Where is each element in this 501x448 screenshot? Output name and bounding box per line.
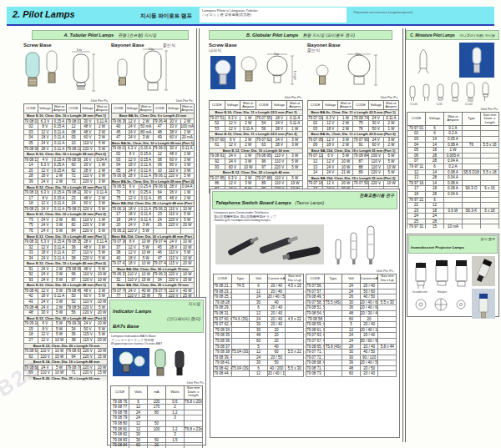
- table-row: 79 07 368 V10 W79 07 4424 V10 W: [112, 239, 195, 244]
- table-cell: 79 08 84: [111, 443, 129, 448]
- table-cell: 60: [342, 316, 361, 322]
- table-row: 79 06 516 V0.25 A79 06 6228 V0.04 A: [112, 184, 195, 190]
- table-cell: 6: [426, 197, 444, 203]
- indicator-header: Indicator Lamps 지시등 BA7s Base (인디케이터 램프): [109, 300, 204, 333]
- column-header: Watt or Ampere: [180, 104, 195, 113]
- table-cell: 79 08 51, 52, 53: [306, 305, 325, 311]
- table-cell: 03: [407, 136, 426, 142]
- table-cell: 1 W: [338, 115, 353, 121]
- table-row: 79 08 016.3 V0.15 A79 08 0730 V0.11 A: [24, 118, 109, 124]
- table-cell: 18 V: [125, 212, 139, 218]
- table-cell: 37: [112, 244, 126, 250]
- table-cell: 1 W: [95, 217, 109, 223]
- table-cell: 2 W: [95, 168, 109, 174]
- table-row: 0618 V2 W9160 V2 W: [308, 143, 399, 148]
- b-screw-table: CODEVoltageWatt or AmpereCODEVoltageWatt…: [209, 100, 303, 194]
- table-row: 79 08 4112 V5 W79 08 4548 V3 W: [24, 288, 109, 294]
- table-cell: 36: [67, 332, 81, 338]
- table-cell: 20 / 40: [267, 322, 286, 328]
- table-cell: 0.25 A: [139, 189, 154, 195]
- title-russian-note: Лампочки сигнальные (индикаторные): [353, 10, 495, 14]
- table-row: 04140.08 AT65.5 x 16: [407, 142, 499, 148]
- table-cell: 15 W: [180, 277, 195, 283]
- table-cell: 79 07 48: [153, 261, 167, 267]
- table-cell: 0.15 A: [139, 151, 154, 157]
- table-cell: 18 V: [38, 135, 53, 141]
- table-row: 0418 V0.11 A0960 V3 W: [24, 135, 109, 141]
- projector-photo-blue-top: [472, 289, 495, 319]
- table-cell: 79 08 35: [214, 333, 232, 339]
- data-table: CODETypeVoltCurrent mASize mm Dia x Lgt7…: [306, 274, 397, 377]
- table-cell: [185, 437, 203, 443]
- table-cell: 0.15 A: [53, 157, 67, 163]
- table-cell: 110 V: [271, 181, 287, 187]
- a-bayonet-images: Dia: [111, 48, 195, 98]
- table-cell: 0.11 A: [95, 189, 109, 195]
- a-bayonet-subcol: Bayonet Base 꽂는식 Dia Unit Per Pc. CODEVo…: [111, 43, 195, 300]
- table-cell: 12 V: [323, 137, 338, 143]
- table-cell: 36: [342, 360, 361, 366]
- table-cell: 32: [112, 277, 126, 283]
- table-cell: 24 V: [125, 129, 139, 135]
- table-cell: 6.3 V: [225, 175, 240, 181]
- b-bayonet-images: Dia: [307, 53, 399, 94]
- table-cell: 79 08 59, 60: [306, 322, 325, 328]
- column-header: CODE: [256, 101, 271, 110]
- table-row: 6112 V2 W6328 V3 W: [210, 143, 303, 148]
- table-cell: 79 08 31: [24, 239, 38, 244]
- table-cell: 6: [250, 305, 268, 311]
- table-cell: 79 07 78: [153, 288, 167, 294]
- table-cell: 28: [426, 159, 444, 164]
- column-header: Watt or Ampere: [444, 113, 463, 126]
- table-cell: 79 08 73, 74: [306, 371, 325, 377]
- table-cell: 79 08 82: [111, 432, 129, 438]
- table-cell: 2 W: [180, 129, 195, 135]
- table-cell: 0.15 A: [53, 124, 67, 130]
- table-cell: 2 W: [240, 154, 256, 159]
- table-group-title: Base E-12, Clear, Dia. 15 x Length 30 mm: [210, 148, 303, 153]
- table-cell: 2 W: [180, 151, 195, 157]
- table-cell: [324, 289, 342, 294]
- column-header: Size mm Diam. x Length: [481, 113, 499, 126]
- table-cell: 79 08 36: [214, 338, 232, 344]
- table-cell: 100: [148, 426, 166, 432]
- table-cell: 0.11 A: [180, 146, 195, 152]
- table-cell: 20 / 40: [360, 322, 378, 328]
- table-cell: 5 W: [95, 146, 109, 152]
- table-cell: 79 08 81: [111, 426, 129, 432]
- table-cell: [286, 355, 304, 360]
- table-cell: 170: [148, 405, 166, 410]
- table-row: 3712 V5 W4528 V10 W: [112, 244, 195, 250]
- table-cell: 79 07 58, 59, 60: [306, 300, 325, 305]
- table-cell: 30: [129, 432, 148, 438]
- table-cell: 3 W: [287, 154, 303, 159]
- table-cell: [286, 322, 304, 328]
- table-cell: 12: [129, 426, 148, 432]
- page-title-korean: 지시등 파이로트 램프: [140, 13, 192, 20]
- table-cell: 6.3 V: [225, 115, 240, 121]
- table-cell: 5 W: [338, 154, 353, 159]
- page-title: 2. Pilot Lamps: [13, 9, 75, 19]
- table-cell: 0.11 A: [53, 206, 67, 212]
- table-cell: 40 W: [139, 288, 154, 294]
- table-cell: [185, 443, 203, 448]
- table-cell: 5 W: [95, 250, 109, 256]
- table-cell: 73: [24, 217, 38, 223]
- table-cell: 110 V: [167, 250, 181, 256]
- column-header: Voltage: [38, 104, 53, 113]
- table-cell: 24 V: [38, 228, 53, 234]
- table-cell: 14: [308, 170, 323, 176]
- table-cell: 10 W: [53, 338, 67, 344]
- column-header: Watt or Ampere: [95, 104, 109, 113]
- column-header: Watt or Ampere: [287, 101, 303, 110]
- table-row: 79 06 0628 V0.11 A79 06 11220 V5 W: [112, 174, 195, 179]
- table-cell: S6.3-K: [463, 208, 481, 214]
- table-cell: 20 mA: [180, 135, 195, 141]
- table-row: 79 08 25, 26, 272420 / 40 / 50: [214, 294, 304, 300]
- table-cell: 18: [426, 148, 444, 154]
- table-cell: 20 / 40: [267, 316, 286, 322]
- table-cell: 40: [267, 300, 286, 305]
- table-cell: 79 06 07: [153, 146, 167, 152]
- table-cell: 28: [426, 175, 444, 181]
- table-cell: 110 V: [81, 174, 95, 179]
